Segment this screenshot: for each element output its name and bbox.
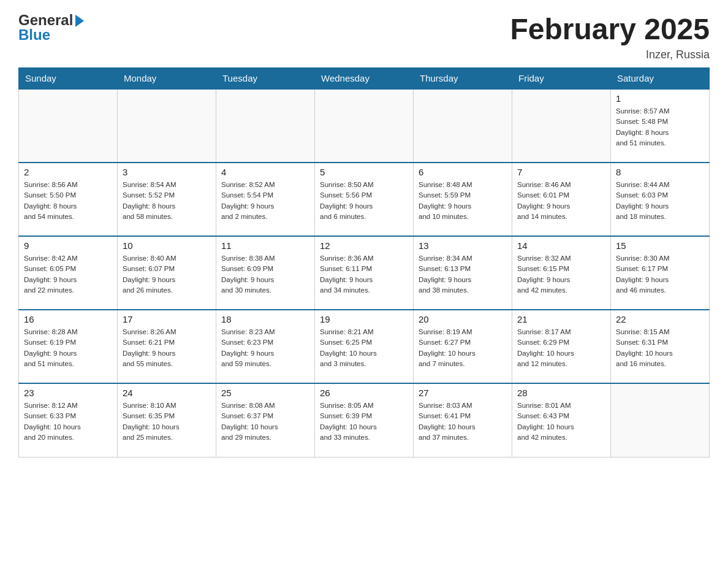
- table-row: 18Sunrise: 8:23 AMSunset: 6:23 PMDayligh…: [216, 310, 315, 383]
- table-row: 16Sunrise: 8:28 AMSunset: 6:19 PMDayligh…: [19, 310, 118, 383]
- day-number: 7: [517, 167, 605, 177]
- day-info: Sunrise: 8:34 AMSunset: 6:13 PMDaylight:…: [419, 253, 507, 296]
- day-number: 18: [221, 314, 309, 324]
- table-row: 1Sunrise: 8:57 AMSunset: 5:48 PMDaylight…: [611, 89, 710, 163]
- day-info: Sunrise: 8:38 AMSunset: 6:09 PMDaylight:…: [221, 253, 309, 296]
- table-row: 20Sunrise: 8:19 AMSunset: 6:27 PMDayligh…: [414, 310, 512, 383]
- day-number: 3: [123, 167, 211, 177]
- table-row: 23Sunrise: 8:12 AMSunset: 6:33 PMDayligh…: [19, 383, 118, 457]
- day-number: 8: [616, 167, 704, 177]
- table-row: 26Sunrise: 8:05 AMSunset: 6:39 PMDayligh…: [315, 383, 414, 457]
- table-row: 22Sunrise: 8:15 AMSunset: 6:31 PMDayligh…: [611, 310, 710, 383]
- day-number: 21: [517, 314, 605, 324]
- day-number: 4: [221, 167, 309, 177]
- table-row: 27Sunrise: 8:03 AMSunset: 6:41 PMDayligh…: [414, 383, 512, 457]
- page-header: General Blue February 2025 Inzer, Russia: [18, 12, 710, 61]
- col-thursday: Thursday: [414, 68, 512, 90]
- calendar-week-row: 9Sunrise: 8:42 AMSunset: 6:05 PMDaylight…: [19, 236, 710, 310]
- table-row: 24Sunrise: 8:10 AMSunset: 6:35 PMDayligh…: [118, 383, 216, 457]
- logo-blue-text: Blue: [18, 27, 84, 43]
- day-info: Sunrise: 8:54 AMSunset: 5:52 PMDaylight:…: [123, 180, 211, 222]
- table-row: 13Sunrise: 8:34 AMSunset: 6:13 PMDayligh…: [414, 236, 512, 310]
- table-row: 2Sunrise: 8:56 AMSunset: 5:50 PMDaylight…: [19, 163, 118, 236]
- table-row: 7Sunrise: 8:46 AMSunset: 6:01 PMDaylight…: [512, 163, 611, 236]
- table-row: 12Sunrise: 8:36 AMSunset: 6:11 PMDayligh…: [315, 236, 414, 310]
- table-row: 3Sunrise: 8:54 AMSunset: 5:52 PMDaylight…: [118, 163, 216, 236]
- table-row: 19Sunrise: 8:21 AMSunset: 6:25 PMDayligh…: [315, 310, 414, 383]
- table-row: [216, 89, 315, 163]
- day-info: Sunrise: 8:26 AMSunset: 6:21 PMDaylight:…: [123, 327, 211, 369]
- day-number: 25: [221, 388, 309, 398]
- table-row: 10Sunrise: 8:40 AMSunset: 6:07 PMDayligh…: [118, 236, 216, 310]
- day-info: Sunrise: 8:30 AMSunset: 6:17 PMDaylight:…: [616, 253, 704, 296]
- table-row: [512, 89, 611, 163]
- calendar-week-row: 1Sunrise: 8:57 AMSunset: 5:48 PMDaylight…: [19, 89, 710, 163]
- day-number: 1: [616, 93, 704, 104]
- day-number: 22: [616, 314, 704, 324]
- day-number: 20: [419, 314, 507, 324]
- day-info: Sunrise: 8:19 AMSunset: 6:27 PMDaylight:…: [419, 327, 507, 369]
- calendar-header-row: Sunday Monday Tuesday Wednesday Thursday…: [19, 68, 710, 90]
- day-number: 23: [24, 388, 112, 398]
- table-row: 15Sunrise: 8:30 AMSunset: 6:17 PMDayligh…: [611, 236, 710, 310]
- day-number: 10: [123, 240, 211, 251]
- col-tuesday: Tuesday: [216, 68, 315, 90]
- day-number: 16: [24, 314, 112, 324]
- day-number: 24: [123, 388, 211, 398]
- table-row: 25Sunrise: 8:08 AMSunset: 6:37 PMDayligh…: [216, 383, 315, 457]
- calendar-table: Sunday Monday Tuesday Wednesday Thursday…: [18, 67, 710, 458]
- day-info: Sunrise: 8:01 AMSunset: 6:43 PMDaylight:…: [517, 400, 605, 443]
- day-info: Sunrise: 8:50 AMSunset: 5:56 PMDaylight:…: [320, 180, 408, 222]
- table-row: 9Sunrise: 8:42 AMSunset: 6:05 PMDaylight…: [19, 236, 118, 310]
- title-block: February 2025 Inzer, Russia: [510, 12, 710, 61]
- calendar-week-row: 23Sunrise: 8:12 AMSunset: 6:33 PMDayligh…: [19, 383, 710, 457]
- day-info: Sunrise: 8:05 AMSunset: 6:39 PMDaylight:…: [320, 400, 408, 443]
- day-number: 12: [320, 240, 408, 251]
- day-info: Sunrise: 8:23 AMSunset: 6:23 PMDaylight:…: [221, 327, 309, 369]
- table-row: 28Sunrise: 8:01 AMSunset: 6:43 PMDayligh…: [512, 383, 611, 457]
- day-number: 15: [616, 240, 704, 251]
- day-info: Sunrise: 8:17 AMSunset: 6:29 PMDaylight:…: [517, 327, 605, 369]
- day-number: 17: [123, 314, 211, 324]
- day-info: Sunrise: 8:28 AMSunset: 6:19 PMDaylight:…: [24, 327, 112, 369]
- day-number: 26: [320, 388, 408, 398]
- day-info: Sunrise: 8:36 AMSunset: 6:11 PMDaylight:…: [320, 253, 408, 296]
- table-row: 8Sunrise: 8:44 AMSunset: 6:03 PMDaylight…: [611, 163, 710, 236]
- col-friday: Friday: [512, 68, 611, 90]
- location-text: Inzer, Russia: [510, 48, 710, 61]
- day-number: 6: [419, 167, 507, 177]
- col-monday: Monday: [118, 68, 216, 90]
- calendar-week-row: 16Sunrise: 8:28 AMSunset: 6:19 PMDayligh…: [19, 310, 710, 383]
- table-row: [19, 89, 118, 163]
- day-info: Sunrise: 8:03 AMSunset: 6:41 PMDaylight:…: [419, 400, 507, 443]
- day-info: Sunrise: 8:40 AMSunset: 6:07 PMDaylight:…: [123, 253, 211, 296]
- day-number: 13: [419, 240, 507, 251]
- col-wednesday: Wednesday: [315, 68, 414, 90]
- day-number: 11: [221, 240, 309, 251]
- day-number: 2: [24, 167, 112, 177]
- day-info: Sunrise: 8:48 AMSunset: 5:59 PMDaylight:…: [419, 180, 507, 222]
- day-info: Sunrise: 8:46 AMSunset: 6:01 PMDaylight:…: [517, 180, 605, 222]
- day-number: 9: [24, 240, 112, 251]
- day-info: Sunrise: 8:52 AMSunset: 5:54 PMDaylight:…: [221, 180, 309, 222]
- page-title: February 2025: [510, 12, 710, 46]
- col-sunday: Sunday: [19, 68, 118, 90]
- day-info: Sunrise: 8:42 AMSunset: 6:05 PMDaylight:…: [24, 253, 112, 296]
- table-row: 6Sunrise: 8:48 AMSunset: 5:59 PMDaylight…: [414, 163, 512, 236]
- day-info: Sunrise: 8:56 AMSunset: 5:50 PMDaylight:…: [24, 180, 112, 222]
- table-row: [414, 89, 512, 163]
- day-info: Sunrise: 8:10 AMSunset: 6:35 PMDaylight:…: [123, 400, 211, 443]
- table-row: 4Sunrise: 8:52 AMSunset: 5:54 PMDaylight…: [216, 163, 315, 236]
- table-row: 5Sunrise: 8:50 AMSunset: 5:56 PMDaylight…: [315, 163, 414, 236]
- table-row: [315, 89, 414, 163]
- day-info: Sunrise: 8:57 AMSunset: 5:48 PMDaylight:…: [616, 106, 704, 148]
- logo-arrow-icon: [75, 15, 84, 27]
- day-number: 5: [320, 167, 408, 177]
- table-row: 14Sunrise: 8:32 AMSunset: 6:15 PMDayligh…: [512, 236, 611, 310]
- table-row: [118, 89, 216, 163]
- calendar-week-row: 2Sunrise: 8:56 AMSunset: 5:50 PMDaylight…: [19, 163, 710, 236]
- table-row: 17Sunrise: 8:26 AMSunset: 6:21 PMDayligh…: [118, 310, 216, 383]
- table-row: [611, 383, 710, 457]
- day-info: Sunrise: 8:12 AMSunset: 6:33 PMDaylight:…: [24, 400, 112, 443]
- col-saturday: Saturday: [611, 68, 710, 90]
